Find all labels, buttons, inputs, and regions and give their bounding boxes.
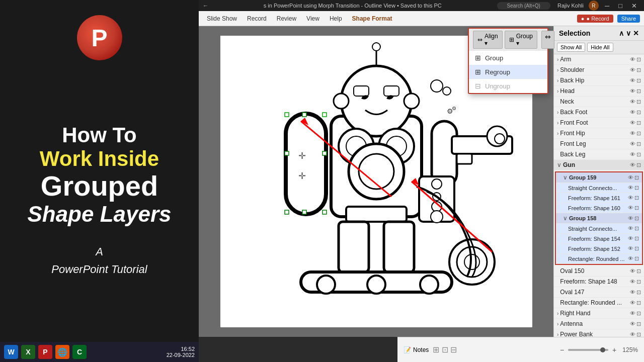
view-toggle-icons[interactable]: ⊞ ⊡ ⊟ bbox=[433, 345, 457, 354]
lock-antenna-icon[interactable]: ⊡ bbox=[636, 321, 641, 327]
lock-g159-icon[interactable]: ⊡ bbox=[634, 174, 639, 181]
sel-item-backfoot[interactable]: › Back Foot 👁 ⊡ bbox=[554, 107, 644, 118]
tab-shape-format[interactable]: Shape Format bbox=[348, 13, 396, 24]
tab-slideshow[interactable]: Slide Show bbox=[203, 13, 241, 24]
zoom-in-btn[interactable]: + bbox=[612, 346, 616, 354]
lock-sc2-icon[interactable]: ⊡ bbox=[634, 225, 639, 232]
sel-item-freeform154[interactable]: Freeform: Shape 154 👁 ⊡ bbox=[556, 234, 642, 244]
sel-item-freeform148[interactable]: › Freeform: Shape 148 👁 ⊡ bbox=[554, 277, 644, 287]
lock-ff152-icon[interactable]: ⊡ bbox=[634, 245, 639, 252]
vis-righthand-icon[interactable]: 👁 bbox=[630, 310, 635, 317]
taskbar-excel[interactable]: X bbox=[21, 345, 35, 359]
hide-all-button[interactable]: Hide All bbox=[587, 43, 613, 52]
vis-neck-icon[interactable]: 👁 bbox=[630, 99, 635, 105]
vis-shoulder-icon[interactable]: 👁 bbox=[630, 67, 635, 73]
vis-backfoot-icon[interactable]: 👁 bbox=[630, 109, 635, 116]
maximize-btn[interactable]: □ bbox=[615, 2, 625, 10]
vis-ff154-icon[interactable]: 👁 bbox=[628, 235, 633, 242]
show-all-button[interactable]: Show All bbox=[557, 43, 585, 52]
sel-item-group158[interactable]: ∨ Group 158 👁 ⊡ bbox=[556, 213, 642, 224]
lock-head-icon[interactable]: ⊡ bbox=[636, 88, 641, 95]
group-menu-regroup[interactable]: ⊞ Regroup bbox=[469, 65, 547, 79]
sel-item-fronthip[interactable]: › Front Hip 👁 ⊡ bbox=[554, 128, 644, 139]
sel-item-backhip[interactable]: › Back Hip 👁 ⊡ bbox=[554, 75, 644, 86]
lock-g158-icon[interactable]: ⊡ bbox=[634, 215, 639, 222]
vis-ff160-icon[interactable]: 👁 bbox=[628, 205, 633, 211]
lock-shoulder-icon[interactable]: ⊡ bbox=[636, 67, 641, 73]
sel-item-group159[interactable]: ∨ Group 159 👁 ⊡ bbox=[556, 172, 642, 183]
vis-frontleg-icon[interactable]: 👁 bbox=[630, 141, 635, 147]
taskbar-word[interactable]: W bbox=[4, 345, 18, 359]
lock-powerbank-icon[interactable]: ⊡ bbox=[636, 331, 641, 337]
lock-backfoot-icon[interactable]: ⊡ bbox=[636, 109, 641, 116]
vis-ff148-icon[interactable]: 👁 bbox=[630, 279, 635, 285]
vis-sc2-icon[interactable]: 👁 bbox=[628, 225, 633, 232]
group-dropdown-btn[interactable]: ⊞ Group ▾ bbox=[505, 31, 537, 49]
close-btn[interactable]: ✕ bbox=[628, 2, 640, 10]
vis-oval147-icon[interactable]: 👁 bbox=[630, 289, 635, 296]
tab-help[interactable]: Help bbox=[326, 13, 346, 24]
vis-head-icon[interactable]: 👁 bbox=[630, 88, 635, 95]
zoom-out-btn[interactable]: − bbox=[560, 346, 564, 354]
lock-oval147-icon[interactable]: ⊡ bbox=[636, 289, 641, 296]
vis-arm-icon[interactable]: 👁 bbox=[630, 56, 635, 63]
sel-item-neck[interactable]: › Neck 👁 ⊡ bbox=[554, 97, 644, 107]
vis-rr2-icon[interactable]: 👁 bbox=[630, 300, 635, 306]
sel-item-backleg[interactable]: › Back Leg 👁 ⊡ bbox=[554, 149, 644, 160]
vis-sc1-icon[interactable]: 👁 bbox=[628, 185, 633, 191]
taskbar-browser[interactable]: 🌐 bbox=[55, 345, 69, 359]
lock-arm-icon[interactable]: ⊡ bbox=[636, 56, 641, 63]
chevron-up-icon[interactable]: ∧ bbox=[619, 29, 624, 37]
lock-oval150-icon[interactable]: ⊡ bbox=[636, 268, 641, 275]
tab-view[interactable]: View bbox=[302, 13, 324, 24]
sel-item-powerbank[interactable]: › Power Bank 👁 ⊡ bbox=[554, 329, 644, 337]
taskbar-powerpoint[interactable]: P bbox=[38, 345, 52, 359]
zoom-slider[interactable] bbox=[568, 349, 608, 351]
vis-gun-icon[interactable]: 👁 bbox=[630, 162, 635, 168]
sel-item-freeform160[interactable]: Freeform: Shape 160 👁 ⊡ bbox=[556, 203, 642, 213]
vis-fronthip-icon[interactable]: 👁 bbox=[630, 130, 635, 137]
sel-item-righthand[interactable]: › Right Hand 👁 ⊡ bbox=[554, 308, 644, 319]
tab-review[interactable]: Review bbox=[273, 13, 300, 24]
taskbar-app[interactable]: C bbox=[72, 345, 87, 359]
vis-backhip-icon[interactable]: 👁 bbox=[630, 77, 635, 84]
vis-ff152-icon[interactable]: 👁 bbox=[628, 245, 633, 252]
lock-frontfoot-icon[interactable]: ⊡ bbox=[636, 120, 641, 126]
group-menu-group[interactable]: ⊞ Group bbox=[469, 51, 547, 65]
expand-btn[interactable]: ⇔ bbox=[541, 31, 554, 49]
lock-backhip-icon[interactable]: ⊡ bbox=[636, 77, 641, 84]
lock-gun-icon[interactable]: ⊡ bbox=[636, 162, 641, 168]
lock-ff148-icon[interactable]: ⊡ bbox=[636, 279, 641, 285]
lock-rr2-icon[interactable]: ⊡ bbox=[636, 300, 641, 306]
sel-item-shoulder[interactable]: › Shoulder 👁 ⊡ bbox=[554, 65, 644, 75]
lock-righthand-icon[interactable]: ⊡ bbox=[636, 310, 641, 317]
vis-backleg-icon[interactable]: 👁 bbox=[630, 151, 635, 158]
vis-oval150-icon[interactable]: 👁 bbox=[630, 268, 635, 275]
lock-backleg-icon[interactable]: ⊡ bbox=[636, 151, 641, 158]
lock-frontleg-icon[interactable]: ⊡ bbox=[636, 141, 641, 147]
minimize-btn[interactable]: ─ bbox=[602, 2, 612, 10]
lock-sc1-icon[interactable]: ⊡ bbox=[634, 185, 639, 191]
sel-item-frontleg[interactable]: › Front Leg 👁 ⊡ bbox=[554, 139, 644, 149]
lock-ff154-icon[interactable]: ⊡ bbox=[634, 235, 639, 242]
lock-neck-icon[interactable]: ⊡ bbox=[636, 99, 641, 105]
sel-item-rect-rounded2[interactable]: › Rectangle: Rounded ... 👁 ⊡ bbox=[554, 298, 644, 308]
vis-g159-icon[interactable]: 👁 bbox=[628, 174, 633, 181]
lock-rr-icon[interactable]: ⊡ bbox=[634, 255, 639, 262]
sel-item-oval147[interactable]: › Oval 147 👁 ⊡ bbox=[554, 287, 644, 298]
sel-item-antenna[interactable]: › Antenna 👁 ⊡ bbox=[554, 319, 644, 329]
sel-item-arm[interactable]: › Arm 👁 ⊡ bbox=[554, 54, 644, 65]
vis-g158-icon[interactable]: 👁 bbox=[628, 215, 633, 222]
sel-item-straight-connecto-2[interactable]: Straight Connecto... 👁 ⊡ bbox=[556, 224, 642, 234]
sel-item-head[interactable]: › Head 👁 ⊡ bbox=[554, 86, 644, 97]
notes-btn[interactable]: 📝 Notes bbox=[404, 346, 429, 353]
vis-powerbank-icon[interactable]: 👁 bbox=[630, 331, 635, 337]
lock-ff161-icon[interactable]: ⊡ bbox=[634, 195, 639, 201]
vis-frontfoot-icon[interactable]: 👁 bbox=[630, 120, 635, 126]
lock-fronthip-icon[interactable]: ⊡ bbox=[636, 130, 641, 137]
vis-antenna-icon[interactable]: 👁 bbox=[630, 321, 635, 327]
tab-record[interactable]: Record bbox=[243, 13, 271, 24]
sel-item-frontfoot[interactable]: › Front Foot 👁 ⊡ bbox=[554, 118, 644, 128]
sel-item-oval150[interactable]: › Oval 150 👁 ⊡ bbox=[554, 266, 644, 277]
vis-rr-icon[interactable]: 👁 bbox=[628, 255, 633, 262]
